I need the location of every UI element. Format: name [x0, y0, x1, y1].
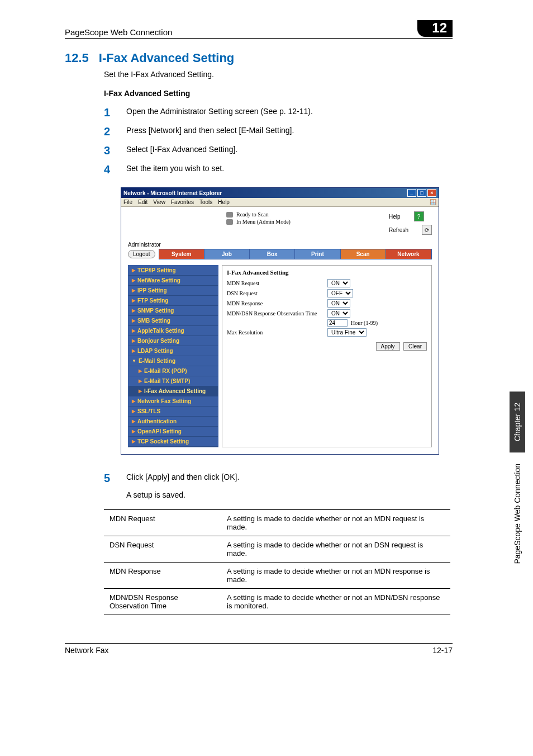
obs-hour-unit: Hour (1-99) [351, 320, 378, 326]
form-heading: I-Fax Advanced Setting [227, 269, 427, 276]
step-text: Select [I-Fax Advanced Setting]. [126, 144, 237, 157]
sidemenu-ldap[interactable]: ▶LDAP Setting [129, 346, 218, 356]
menu-edit[interactable]: Edit [138, 199, 147, 205]
window-titlebar: Network - Microsoft Internet Explorer _ … [121, 188, 439, 198]
clear-button[interactable]: Clear [403, 342, 427, 351]
step-text: Press [Network] and then select [E-Mail … [126, 125, 294, 138]
step-text: Open the Administrator Setting screen (S… [126, 106, 313, 119]
sidemenu-email-rx[interactable]: ▶E-Mail RX (POP) [129, 366, 218, 376]
window-menubar: File Edit View Favorites Tools Help 🪟 [121, 198, 439, 207]
tab-network[interactable]: Network [386, 249, 431, 259]
page-footer: Network Fax 12-17 [65, 643, 453, 655]
tab-print[interactable]: Print [295, 249, 340, 259]
status-mode: In Menu (Admin Mode) [226, 219, 291, 225]
setting-desc: A setting is made to decide whether or n… [221, 510, 450, 536]
refresh-icon[interactable]: ⟳ [422, 225, 432, 235]
max-res-select[interactable]: Ultra Fine [327, 328, 367, 337]
setting-name: MDN/DSN Response Observation Time [104, 589, 221, 615]
embedded-screenshot: Network - Microsoft Internet Explorer _ … [121, 187, 453, 455]
help-label: Help [389, 214, 401, 220]
sidemenu-auth[interactable]: ▶Authentication [129, 417, 218, 427]
logout-button[interactable]: Logout [128, 250, 155, 258]
obs-hour-input[interactable] [327, 319, 348, 327]
sidemenu-tcpip[interactable]: ▶TCP/IP Setting [129, 266, 218, 276]
tab-box[interactable]: Box [250, 249, 295, 259]
side-menu: ▶TCP/IP Setting ▶NetWare Setting ▶IPP Se… [128, 265, 218, 447]
tab-bar: System Job Box Print Scan Network [159, 249, 432, 259]
obs-time-select[interactable]: ON [327, 309, 350, 318]
sub-heading: I-Fax Advanced Setting [104, 89, 453, 98]
printer-icon [226, 219, 233, 225]
sidemenu-netware[interactable]: ▶NetWare Setting [129, 276, 218, 286]
setting-name: MDN Response [104, 563, 221, 589]
dsn-request-label: DSN Request [227, 290, 327, 296]
close-icon[interactable]: × [427, 189, 436, 197]
mdn-request-label: MDN Request [227, 280, 327, 286]
footer-left: Network Fax [65, 646, 109, 655]
setting-name: MDN Request [104, 510, 221, 536]
sidemenu-appletalk[interactable]: ▶AppleTalk Setting [129, 326, 218, 336]
tab-job[interactable]: Job [204, 249, 250, 259]
sidemenu-snmp[interactable]: ▶SNMP Setting [129, 306, 218, 316]
step-number: 5 [104, 471, 126, 485]
sidemenu-bonjour[interactable]: ▶Bonjour Setting [129, 336, 218, 346]
mdn-response-select[interactable]: ON [327, 299, 350, 308]
refresh-label: Refresh [389, 227, 408, 233]
sidemenu-email-tx[interactable]: ▶E-Mail TX (SMTP) [129, 376, 218, 386]
setting-desc: A setting is made to decide whether or n… [221, 536, 450, 563]
menu-tools[interactable]: Tools [199, 199, 212, 205]
section-heading: 12.5I-Fax Advanced Setting [65, 51, 453, 65]
maximize-icon[interactable]: □ [417, 189, 426, 197]
sidemenu-email[interactable]: ▼E-Mail Setting [129, 356, 218, 366]
sidemenu-openapi[interactable]: ▶OpenAPI Setting [129, 427, 218, 437]
step-text: Set the item you wish to set. [126, 163, 224, 176]
step-3: 3 Select [I-Fax Advanced Setting]. [104, 144, 453, 157]
step-5-sub: A setup is saved. [126, 490, 453, 499]
max-res-label: Max Resolution [227, 329, 327, 336]
table-row: MDN/DSN Response Observation Time A sett… [104, 589, 450, 615]
step-1: 1 Open the Administrator Setting screen … [104, 106, 453, 119]
sidemenu-networkfax[interactable]: ▶Network Fax Setting [129, 396, 218, 407]
step-4: 4 Set the item you wish to set. [104, 163, 453, 176]
tab-system[interactable]: System [159, 249, 204, 259]
setting-desc: A setting is made to decide whether or n… [221, 563, 450, 589]
step-number: 1 [104, 106, 126, 119]
footer-right: 12-17 [432, 646, 453, 655]
sidemenu-ifax-advanced[interactable]: ▶I-Fax Advanced Setting [129, 386, 218, 396]
section-number: 12.5 [65, 51, 89, 65]
side-tab-chapter: Chapter 12 [510, 391, 525, 452]
obs-time-label: MDN/DSN Response Observation Time [227, 310, 327, 316]
side-thumb-tab: Chapter 12 PageScope Web Connection [510, 391, 525, 575]
setting-desc: A setting is made to decide whether or n… [221, 589, 450, 615]
menu-file[interactable]: File [123, 199, 132, 205]
admin-label: Administrator [128, 242, 435, 248]
setting-name: DSN Request [104, 536, 221, 563]
running-head: PageScope Web Connection 12 [65, 20, 453, 39]
help-icon[interactable]: ? [414, 211, 424, 221]
running-head-title: PageScope Web Connection [65, 27, 172, 37]
sidemenu-smb[interactable]: ▶SMB Setting [129, 316, 218, 326]
mdn-response-label: MDN Response [227, 300, 327, 306]
sidemenu-ssltls[interactable]: ▶SSL/TLS [129, 407, 218, 417]
minimize-icon[interactable]: _ [407, 189, 416, 197]
menu-view[interactable]: View [153, 199, 165, 205]
menu-favorites[interactable]: Favorites [171, 199, 194, 205]
tab-scan[interactable]: Scan [341, 249, 386, 259]
mdn-request-select[interactable]: ON [327, 279, 350, 287]
ie-flag-icon: 🪟 [430, 199, 436, 205]
apply-button[interactable]: Apply [376, 342, 400, 351]
printer-icon [226, 212, 233, 218]
menu-help[interactable]: Help [218, 199, 230, 205]
step-2: 2 Press [Network] and then select [E-Mai… [104, 125, 453, 138]
sidemenu-ftp[interactable]: ▶FTP Setting [129, 296, 218, 306]
settings-table: MDN Request A setting is made to decide … [104, 509, 450, 615]
sidemenu-ipp[interactable]: ▶IPP Setting [129, 286, 218, 296]
dsn-request-select[interactable]: OFF [327, 289, 353, 297]
section-title: I-Fax Advanced Setting [99, 51, 234, 65]
step-5: 5 Click [Apply] and then click [OK]. [104, 471, 453, 485]
step-number: 2 [104, 125, 126, 138]
step-number: 3 [104, 144, 126, 157]
sidemenu-tcpsocket[interactable]: ▶TCP Socket Setting [129, 437, 218, 447]
window-title: Network - Microsoft Internet Explorer [123, 190, 222, 196]
content-pane: I-Fax Advanced Setting MDN Request ON DS… [222, 265, 432, 447]
